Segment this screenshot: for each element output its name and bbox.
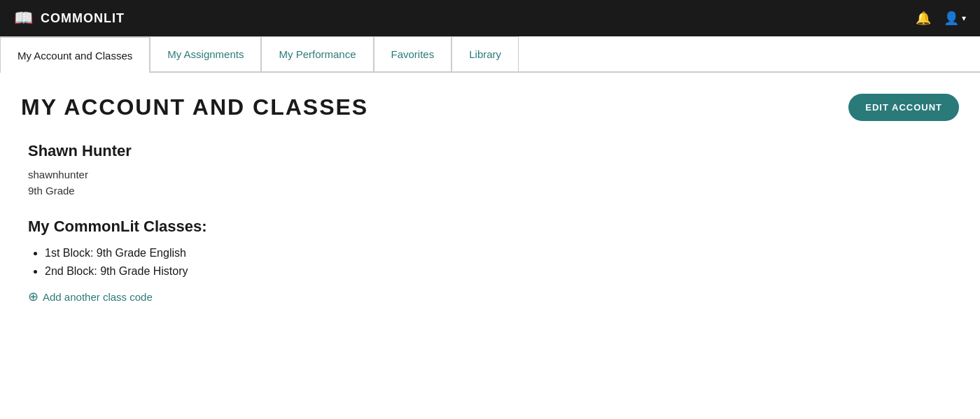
classes-section: My CommonLit Classes: 1st Block: 9th Gra… [21,218,959,304]
add-class-link[interactable]: ⊕ Add another class code [28,289,959,304]
chevron-down-icon: ▾ [962,13,966,24]
classes-section-title: My CommonLit Classes: [28,218,959,236]
navbar-right: 🔔 👤 ▾ [916,10,966,26]
user-info-section: Shawn Hunter shawnhunter 9th Grade [21,142,959,197]
edit-account-button[interactable]: EDIT ACCOUNT [848,94,959,121]
navbar: 📖 COMMONLIT 🔔 👤 ▾ [0,0,980,36]
book-icon: 📖 [14,9,34,27]
user-username: shawnhunter [28,169,959,180]
tabs-bar: My Account and Classes My Assignments My… [0,36,980,73]
notification-icon[interactable]: 🔔 [916,10,931,26]
page-title: MY ACCOUNT AND CLASSES [21,94,368,120]
brand-logo: 📖 COMMONLIT [14,9,125,27]
user-grade: 9th Grade [28,185,959,197]
user-name: Shawn Hunter [28,142,959,160]
main-content: MY ACCOUNT AND CLASSES EDIT ACCOUNT Shaw… [0,73,980,325]
list-item: 2nd Block: 9th Grade History [45,265,959,278]
classes-list: 1st Block: 9th Grade English 2nd Block: … [28,247,959,278]
tab-favorites[interactable]: Favorites [374,36,452,71]
add-class-label: Add another class code [43,291,153,303]
list-item: 1st Block: 9th Grade English [45,247,959,260]
tab-library[interactable]: Library [451,36,519,71]
brand-name: COMMONLIT [41,11,125,26]
user-icon: 👤 [944,10,959,26]
tab-my-account-and-classes[interactable]: My Account and Classes [0,36,150,73]
tab-my-assignments[interactable]: My Assignments [150,36,261,71]
tab-my-performance[interactable]: My Performance [261,36,373,71]
user-menu-button[interactable]: 👤 ▾ [944,10,966,26]
add-circle-icon: ⊕ [28,289,38,304]
page-header: MY ACCOUNT AND CLASSES EDIT ACCOUNT [21,94,959,121]
